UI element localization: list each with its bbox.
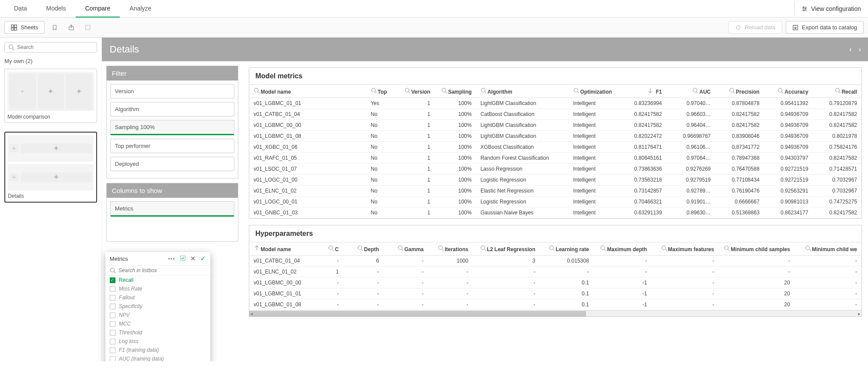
popup-item[interactable]: F1 (training data): [105, 346, 210, 354]
close-icon[interactable]: ✕: [190, 255, 196, 263]
popup-item[interactable]: MCC: [105, 319, 210, 328]
export-data-button[interactable]: Export data to catalog: [786, 21, 864, 34]
column-header[interactable]: Optimization: [569, 85, 618, 98]
popup-item[interactable]: Log loss: [105, 337, 210, 346]
card-label: Model comparison: [7, 114, 94, 120]
columns-metrics[interactable]: Metrics: [110, 201, 234, 217]
table-row[interactable]: v01_GNBC_01_03No1100%Gaussian Naive Baye…: [249, 207, 861, 218]
popup-item[interactable]: Miss Rate: [105, 284, 210, 293]
reload-data-button[interactable]: Reload data: [729, 21, 782, 34]
table-row[interactable]: v01_CATBC_01_04No1100%CatBoost Classific…: [249, 109, 861, 120]
table-row[interactable]: v01_LSOC_01_07No1100%Lasso RegressionInt…: [249, 164, 861, 175]
filter-version[interactable]: Version: [110, 84, 234, 98]
column-header[interactable]: Precision: [715, 85, 764, 98]
tab-models[interactable]: Models: [37, 0, 76, 18]
column-header[interactable]: Iterations: [428, 242, 473, 256]
hyperparameters-section: Hyperparameters Model nameCDepthGammaIte…: [249, 225, 862, 317]
sheets-button[interactable]: Sheets: [4, 21, 45, 34]
table-row[interactable]: v01_LGBMC_01_08-----0.1-1-20-: [249, 299, 861, 310]
table-row[interactable]: v01_LGBMC_01_01-----0.1-1-20-: [249, 288, 861, 299]
column-header[interactable]: Model name: [249, 85, 366, 98]
popup-item-label: MCC: [119, 321, 131, 327]
checkbox-icon: [110, 321, 115, 327]
column-header[interactable]: Minimum child samples: [718, 242, 795, 256]
popup-search-input[interactable]: [119, 267, 206, 273]
popup-item[interactable]: ✓Recall: [105, 276, 210, 284]
svg-rect-3: [14, 28, 17, 30]
column-header[interactable]: Algorithm: [476, 85, 569, 98]
table-row[interactable]: v01_LGBMC_00_00No1100%LightGBM Classific…: [249, 120, 861, 131]
svg-point-27: [662, 246, 666, 250]
column-header[interactable]: Top: [366, 85, 398, 98]
column-header[interactable]: Version: [398, 85, 435, 98]
svg-point-18: [778, 88, 782, 92]
toolbar: Sheets Reload data Export data to catalo…: [0, 18, 868, 38]
table-row[interactable]: v01_ELNC_01_02No1100%Elastic Net Regress…: [249, 186, 861, 196]
search-input[interactable]: [17, 44, 93, 50]
popup-item[interactable]: Specificity: [105, 302, 210, 311]
filter-sampling[interactable]: Sampling 100%: [110, 120, 234, 135]
column-header[interactable]: Depth: [343, 242, 383, 256]
popup-item-label: Miss Rate: [119, 286, 142, 292]
table-row[interactable]: v01_RAFC_01_05No1100%Random Forest Class…: [249, 153, 861, 164]
sidebar-search[interactable]: [4, 42, 97, 53]
left-sidebar: My own (2) ＋ ✦ ✦ Model comparison ＋ ✦ ＋ …: [0, 38, 102, 361]
column-header[interactable]: F1: [617, 85, 666, 98]
column-header[interactable]: C: [307, 242, 343, 256]
table-row[interactable]: v01_LGBMC_01_08No1100%LightGBM Classific…: [249, 131, 861, 142]
column-header[interactable]: Gamma: [383, 242, 428, 256]
tab-analyze[interactable]: Analyze: [120, 0, 161, 18]
popup-item[interactable]: NPV: [105, 311, 210, 319]
column-header[interactable]: Maximum features: [652, 242, 718, 256]
checkbox-icon: [110, 312, 115, 318]
svg-rect-1: [14, 25, 17, 27]
sheets-label: Sheets: [21, 24, 38, 31]
card-label: Details: [8, 193, 94, 199]
popup-item[interactable]: Fallout: [105, 293, 210, 302]
filter-algorithm[interactable]: Algorithm: [110, 102, 234, 116]
filter-deployed[interactable]: Deployed: [110, 157, 234, 171]
next-sheet-icon[interactable]: ›: [857, 44, 863, 55]
popup-item[interactable]: Threshold: [105, 328, 210, 337]
column-header[interactable]: Maximum depth: [593, 242, 652, 256]
column-header[interactable]: Recall: [812, 85, 861, 98]
scrollbar-thumb[interactable]: [249, 311, 586, 316]
popup-list[interactable]: ✓RecallMiss RateFalloutSpecificityNPVMCC…: [105, 276, 210, 361]
prev-sheet-icon[interactable]: ‹: [847, 44, 853, 55]
bookmark-icon[interactable]: [48, 21, 61, 34]
column-header[interactable]: L2 Leaf Regression: [473, 242, 540, 256]
horizontal-scrollbar[interactable]: ◂ ▸: [249, 310, 861, 316]
table-row[interactable]: v01_LGBMC_01_01Yes1100%LightGBM Classifi…: [249, 98, 861, 109]
columns-panel-title: Columns to show: [107, 183, 238, 198]
column-header[interactable]: Model name: [249, 242, 307, 256]
view-configuration-top[interactable]: View configuration: [794, 1, 868, 17]
table-row[interactable]: v01_ELNC_01_021---------: [249, 266, 861, 277]
column-header[interactable]: Minimum child we: [795, 242, 861, 256]
card-details[interactable]: ＋ ✦ ＋ ✦ Details: [4, 132, 97, 203]
column-header[interactable]: Accuracy: [764, 85, 813, 98]
tab-data[interactable]: Data: [4, 0, 37, 18]
svg-point-13: [442, 88, 446, 92]
table-row[interactable]: v01_LOGC_01_00No1100%Logistic Regression…: [249, 175, 861, 186]
table-row[interactable]: v01_CATBC_01_04-6-100030.015308----: [249, 256, 861, 266]
checkbox-icon: [110, 304, 115, 309]
table-row[interactable]: v01_LOGC_00_01No1100%Logistic Regression…: [249, 196, 861, 207]
confirm-icon[interactable]: ✓: [200, 255, 206, 263]
selection-tool-icon[interactable]: [81, 21, 94, 34]
column-header[interactable]: AUC: [666, 85, 715, 98]
svg-point-15: [574, 88, 578, 92]
tab-compare[interactable]: Compare: [76, 0, 120, 18]
select-all-icon[interactable]: [180, 255, 186, 263]
table-row[interactable]: v01_LGBMC_00_00-----0.1-1-20-: [249, 277, 861, 288]
column-header[interactable]: Sampling: [435, 85, 476, 98]
table-row[interactable]: v01_XGBC_01_06No1100%XGBoost Classificat…: [249, 142, 861, 153]
column-header[interactable]: Learning rate: [540, 242, 593, 256]
card-model-comparison[interactable]: ＋ ✦ ✦ Model comparison: [4, 69, 97, 123]
view-configuration-label: View configuration: [811, 5, 861, 12]
svg-point-24: [481, 246, 485, 250]
popup-item[interactable]: AUC (training data): [105, 354, 210, 361]
share-icon[interactable]: [65, 21, 78, 34]
filter-top-performer[interactable]: Top performer: [110, 139, 234, 153]
more-icon[interactable]: •••: [168, 256, 175, 262]
puzzle-icon: ✦: [53, 172, 59, 182]
